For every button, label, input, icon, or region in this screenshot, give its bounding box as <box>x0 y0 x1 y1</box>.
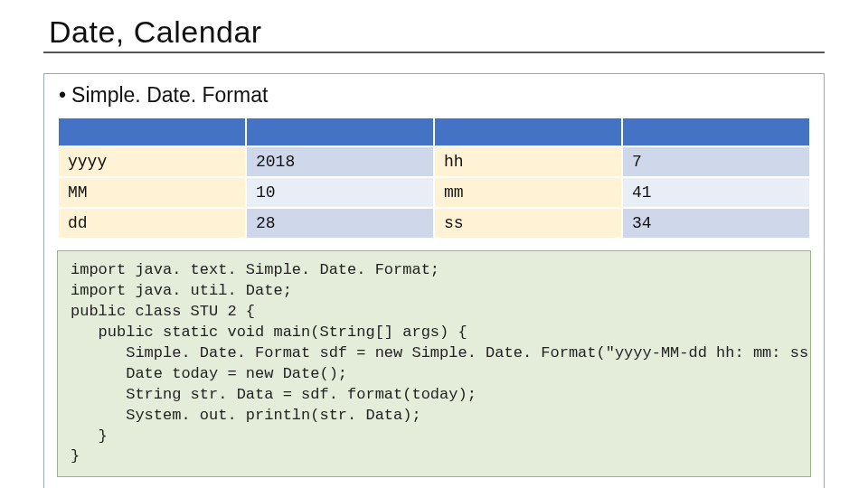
table-cell: 28 <box>246 208 434 239</box>
table-row: dd 28 ss 34 <box>58 208 810 239</box>
table-cell: ss <box>434 208 622 239</box>
table-cell: 2018 <box>246 146 434 177</box>
table-row: MM 10 mm 41 <box>58 177 810 208</box>
table-cell: MM <box>58 177 246 208</box>
table-cell: 7 <box>622 146 810 177</box>
page-title: Date, Calendar <box>49 14 825 50</box>
table-header <box>246 117 434 146</box>
content-frame: •Simple. Date. Format yyyy 2018 hh 7 <box>43 73 825 488</box>
bullet-text: Simple. Date. Format <box>71 83 268 107</box>
table-cell: hh <box>434 146 622 177</box>
table-cell: 34 <box>622 208 810 239</box>
table-cell: 10 <box>246 177 434 208</box>
bullet-item: •Simple. Date. Format <box>59 83 811 108</box>
table-row: yyyy 2018 hh 7 <box>58 146 810 177</box>
format-table: yyyy 2018 hh 7 MM 10 mm 41 dd 28 ss 34 <box>57 117 811 239</box>
code-block: import java. text. Simple. Date. Format;… <box>57 250 811 477</box>
table-header-row <box>58 117 810 146</box>
bullet-dot-icon: • <box>59 83 66 108</box>
table-header <box>58 117 246 146</box>
title-underline <box>43 52 825 53</box>
table-header <box>434 117 622 146</box>
table-cell: mm <box>434 177 622 208</box>
slide: Date, Calendar •Simple. Date. Format yyy… <box>0 0 868 488</box>
table-cell: dd <box>58 208 246 239</box>
table-cell: 41 <box>622 177 810 208</box>
table-header <box>622 117 810 146</box>
table-cell: yyyy <box>58 146 246 177</box>
